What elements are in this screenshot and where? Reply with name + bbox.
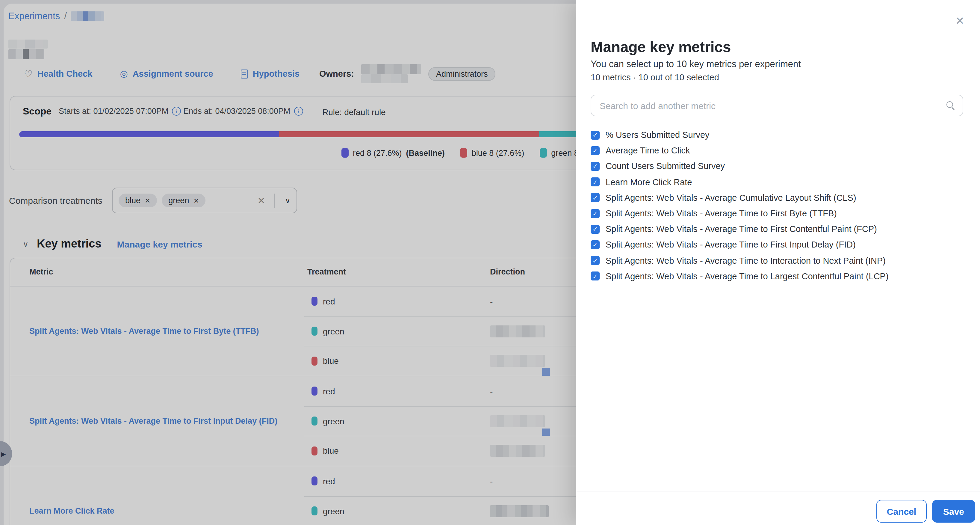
screen: Experiments / ♡ Health Check ◎ Assignmen… <box>0 0 980 525</box>
metric-option[interactable]: ✓ Split Agents: Web Vitals - Average Tim… <box>591 221 968 237</box>
checkbox-checked-icon[interactable]: ✓ <box>591 177 600 187</box>
metric-search-input[interactable] <box>598 100 946 111</box>
checkbox-checked-icon[interactable]: ✓ <box>591 162 600 171</box>
metric-option[interactable]: ✓ Split Agents: Web Vitals - Average Tim… <box>591 268 968 284</box>
save-button[interactable]: Save <box>932 500 975 523</box>
metric-option-label: Split Agents: Web Vitals - Average Time … <box>606 240 856 250</box>
metric-option[interactable]: ✓ Split Agents: Web Vitals - Average Tim… <box>591 237 968 253</box>
metric-option-label: Split Agents: Web Vitals - Average Time … <box>606 271 889 281</box>
metrics-count-text: 10 metrics · 10 out of 10 selected <box>591 72 719 82</box>
metric-option-label: Learn More Click Rate <box>606 177 692 187</box>
metric-option[interactable]: ✓ Split Agents: Web Vitals - Average Cum… <box>591 190 968 206</box>
metric-option-label: % Users Submitted Survey <box>606 130 710 140</box>
checkbox-checked-icon[interactable]: ✓ <box>591 240 600 249</box>
checkbox-checked-icon[interactable]: ✓ <box>591 256 600 265</box>
metric-option-label: Split Agents: Web Vitals - Average Time … <box>606 209 837 218</box>
metric-option[interactable]: ✓ Average Time to Click <box>591 143 968 158</box>
metric-option-label: Average Time to Click <box>606 146 690 156</box>
metric-option-label: Split Agents: Web Vitals - Average Time … <box>606 224 877 234</box>
metric-option-label: Split Agents: Web Vitals - Average Time … <box>606 255 886 265</box>
metric-option[interactable]: ✓ % Users Submitted Survey <box>591 127 968 143</box>
panel-footer: Cancel Save <box>576 491 980 525</box>
metric-option-label: Split Agents: Web Vitals - Average Cumul… <box>606 193 856 203</box>
checkbox-checked-icon[interactable]: ✓ <box>591 225 600 233</box>
checkbox-checked-icon[interactable]: ✓ <box>591 146 600 155</box>
panel-title: Manage key metrics <box>591 38 731 56</box>
panel-subtitle: You can select up to 10 key metrics per … <box>591 59 801 70</box>
metric-option-label: Count Users Submitted Survey <box>606 161 725 171</box>
checkbox-checked-icon[interactable]: ✓ <box>591 193 600 202</box>
checkbox-checked-icon[interactable]: ✓ <box>591 209 600 218</box>
search-icon <box>946 101 955 110</box>
metric-search-box <box>591 95 963 116</box>
metric-option[interactable]: ✓ Learn More Click Rate <box>591 174 968 190</box>
metric-option[interactable]: ✓ Count Users Submitted Survey <box>591 158 968 174</box>
metric-option[interactable]: ✓ Split Agents: Web Vitals - Average Tim… <box>591 206 968 221</box>
cancel-button[interactable]: Cancel <box>877 500 927 523</box>
checkbox-checked-icon[interactable]: ✓ <box>591 130 600 139</box>
close-icon[interactable]: ✕ <box>955 14 964 27</box>
metric-option[interactable]: ✓ Split Agents: Web Vitals - Average Tim… <box>591 253 968 268</box>
metric-checkbox-list: ✓ % Users Submitted Survey ✓ Average Tim… <box>591 127 968 284</box>
manage-key-metrics-panel: ✕ Manage key metrics You can select up t… <box>576 0 980 525</box>
checkbox-checked-icon[interactable]: ✓ <box>591 272 600 281</box>
